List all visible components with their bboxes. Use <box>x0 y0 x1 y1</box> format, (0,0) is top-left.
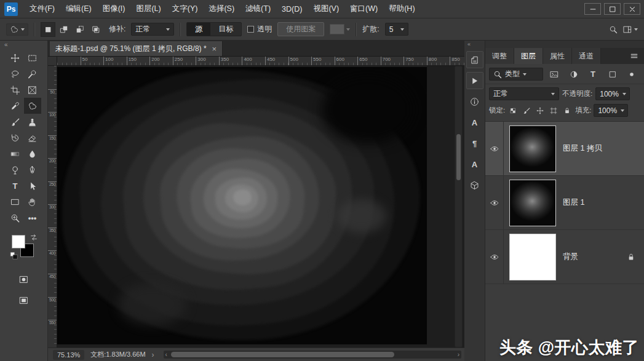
blur-tool[interactable] <box>24 146 41 162</box>
patch-tool[interactable] <box>24 98 41 114</box>
menu-item[interactable]: 编辑(E) <box>60 0 97 18</box>
layer-row[interactable]: 图层 1 <box>485 176 644 230</box>
use-pattern-button[interactable]: 使用图案 <box>277 22 324 36</box>
fill-select[interactable]: 100% <box>594 104 628 117</box>
history-panel[interactable] <box>466 51 483 68</box>
app-logo[interactable]: Ps <box>4 2 18 16</box>
gradient-tool[interactable] <box>7 146 24 162</box>
menu-item[interactable]: 视图(V) <box>308 0 344 18</box>
destination-button[interactable]: 目标 <box>210 23 241 36</box>
dock-collapse[interactable]: « <box>464 41 485 49</box>
horizontal-scrollbar[interactable]: ‹ › <box>164 351 461 359</box>
panel-tab[interactable]: 属性 <box>543 48 572 64</box>
hand-tool[interactable] <box>24 194 41 210</box>
tool-preset-picker[interactable] <box>6 23 28 36</box>
panel-tab[interactable]: 调整 <box>485 48 514 64</box>
crop-tool[interactable] <box>7 82 24 98</box>
search-icon[interactable] <box>609 25 618 34</box>
quick-mask-button[interactable] <box>15 271 33 287</box>
rectangle-tool[interactable] <box>7 194 24 210</box>
menu-item[interactable]: 选择(S) <box>203 0 240 18</box>
layer-thumbnail[interactable] <box>509 180 556 226</box>
eraser-tool[interactable] <box>24 130 41 146</box>
paragraph-panel[interactable]: ¶ <box>466 135 483 152</box>
dodge-tool[interactable] <box>7 162 24 178</box>
screen-mode-button[interactable] <box>15 292 33 308</box>
lock-option-icon[interactable] <box>507 105 519 116</box>
info-panel[interactable] <box>466 93 483 110</box>
menu-item[interactable]: 3D(D) <box>276 0 308 18</box>
layer-filter-icon[interactable] <box>625 68 638 81</box>
layer-thumbnail[interactable] <box>509 125 556 172</box>
layer-visibility-toggle[interactable] <box>485 122 504 175</box>
maximize-button[interactable] <box>604 3 621 15</box>
blend-mode-select[interactable]: 正常 <box>489 87 559 100</box>
default-colors-icon[interactable] <box>10 252 18 260</box>
swap-colors-icon[interactable] <box>30 233 38 242</box>
layer-visibility-toggle[interactable] <box>485 230 504 284</box>
selection-combine-button[interactable] <box>57 22 71 37</box>
frame-tool[interactable] <box>24 82 41 98</box>
edit-toolbar[interactable]: ••• <box>24 210 41 226</box>
layer-filter-select[interactable]: 类型 <box>489 68 543 81</box>
type-tool[interactable]: T <box>7 178 24 194</box>
lock-option-icon[interactable] <box>521 105 532 116</box>
layer-name[interactable]: 图层 1 拷贝 <box>563 143 644 154</box>
menu-item[interactable]: 滤镜(T) <box>240 0 276 18</box>
close-button[interactable] <box>624 3 640 15</box>
document-tab[interactable]: 未标题-1.psd @ 75.1% (图层 1 拷贝, RGB/8) * × <box>50 41 223 56</box>
panel-tab[interactable]: 图层 <box>514 48 543 64</box>
status-expand-icon[interactable]: › <box>152 351 154 359</box>
menu-item[interactable]: 图层(L) <box>130 0 166 18</box>
menu-item[interactable]: 窗口(W) <box>344 0 383 18</box>
toolbar-collapse[interactable]: « <box>0 41 47 50</box>
canvas[interactable] <box>57 67 427 344</box>
clone-stamp-tool[interactable] <box>24 114 41 130</box>
character-panel[interactable]: A <box>466 114 483 131</box>
layer-filter-icon[interactable] <box>547 68 561 81</box>
scroll-right-arrow[interactable]: › <box>458 351 459 358</box>
lock-option-icon[interactable] <box>548 105 559 116</box>
layer-thumbnail[interactable] <box>509 234 556 280</box>
diffusion-select[interactable]: 5 <box>385 23 408 36</box>
transparent-checkbox[interactable] <box>247 26 254 33</box>
lock-option-icon[interactable] <box>535 105 546 116</box>
zoom-level-field[interactable]: 75.13% <box>53 350 84 360</box>
tab-close-icon[interactable]: × <box>212 44 217 54</box>
zoom-tool[interactable] <box>7 210 24 226</box>
menu-item[interactable]: 帮助(H) <box>383 0 420 18</box>
layer-filter-icon[interactable] <box>567 68 581 81</box>
glyphs-panel[interactable]: A <box>466 156 483 173</box>
opacity-select[interactable]: 100% <box>595 87 630 100</box>
selection-combine-button[interactable] <box>73 22 87 37</box>
menu-item[interactable]: 图像(I) <box>97 0 131 18</box>
menu-item[interactable]: 文字(Y) <box>167 0 204 18</box>
source-button[interactable]: 源 <box>187 23 210 36</box>
panel-tab[interactable]: 通道 <box>572 48 601 64</box>
history-brush-tool[interactable] <box>7 130 24 146</box>
menu-item[interactable]: 文件(F) <box>24 0 60 18</box>
actions-panel[interactable] <box>466 72 483 89</box>
quick-select-tool[interactable] <box>24 66 41 82</box>
layer-name[interactable]: 图层 1 <box>563 197 644 208</box>
layer-filter-icon[interactable] <box>606 68 619 81</box>
canvas-viewport[interactable]: 50100150200250300350400450500550 <box>48 66 464 347</box>
workspace-switcher[interactable] <box>623 25 638 34</box>
layer-filter-icon[interactable]: T <box>586 68 600 81</box>
layer-row[interactable]: 图层 1 拷贝 <box>485 122 644 176</box>
scroll-left-arrow[interactable]: ‹ <box>165 351 167 358</box>
selection-combine-button[interactable] <box>89 22 103 37</box>
panel-menu-icon[interactable] <box>624 48 644 64</box>
layer-name[interactable]: 背景 <box>563 252 627 262</box>
lock-option-icon[interactable] <box>562 105 573 116</box>
marquee-tool[interactable] <box>24 50 41 66</box>
layer-row[interactable]: 背景 <box>485 230 644 284</box>
pen-tool[interactable] <box>24 162 41 178</box>
scrollbar-thumb[interactable] <box>171 352 394 357</box>
lasso-tool[interactable] <box>7 66 24 82</box>
3d-panel[interactable] <box>466 177 483 194</box>
layer-visibility-toggle[interactable] <box>485 176 504 229</box>
patch-mode-select[interactable]: 正常 <box>131 23 174 36</box>
pattern-picker[interactable] <box>330 24 350 34</box>
path-select-tool[interactable] <box>24 178 41 194</box>
